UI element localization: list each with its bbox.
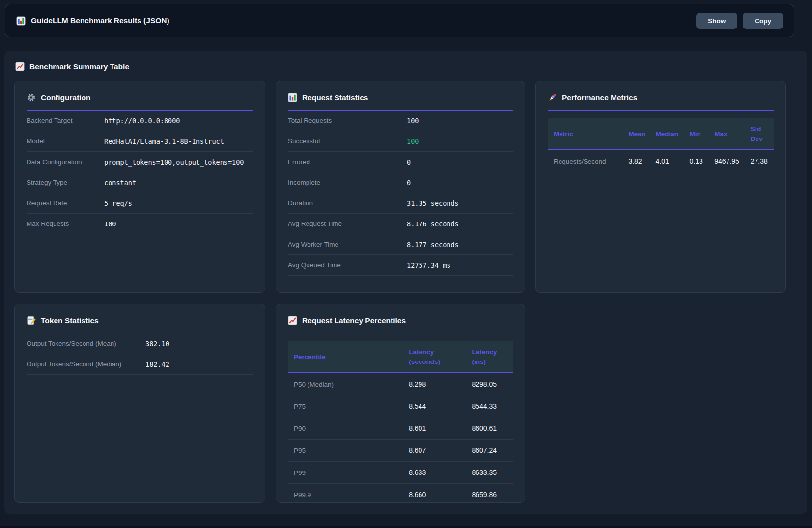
token-stat-label: Output Tokens/Second (Mean) bbox=[27, 340, 145, 347]
stat-label: Avg Queued Time bbox=[288, 261, 407, 269]
bottom-edge-strip bbox=[0, 526, 812, 528]
stat-label: Incomplete bbox=[288, 179, 407, 186]
col-max: Max bbox=[710, 118, 747, 150]
config-label: Max Requests bbox=[27, 220, 104, 227]
percentile-name: P95 bbox=[288, 440, 405, 462]
percentile-name: P99 bbox=[288, 462, 405, 484]
stat-row: Avg Request Time 8.176 seconds bbox=[288, 214, 513, 234]
config-row: Request Rate 5 req/s bbox=[27, 193, 253, 214]
latency-seconds: 8.601 bbox=[405, 417, 468, 440]
performance-table-header-row: Metric Mean Median Min Max Std Dev bbox=[548, 118, 774, 150]
percentile-name: P50 (Median) bbox=[288, 373, 405, 395]
stat-value-success: 100 bbox=[407, 138, 513, 145]
col-median: Median bbox=[652, 118, 686, 150]
config-label: Request Rate bbox=[27, 199, 104, 207]
performance-metrics-card-title: Performance Metrics bbox=[562, 93, 637, 102]
stat-label: Total Requests bbox=[288, 117, 407, 124]
latency-seconds: 8.633 bbox=[405, 462, 468, 484]
metric-name: Requests/Second bbox=[548, 150, 624, 172]
stat-label: Avg Request Time bbox=[288, 220, 407, 227]
token-stat-value: 382.10 bbox=[145, 340, 253, 348]
section-title: Benchmark Summary Table bbox=[29, 62, 129, 71]
token-statistics-card-header: Token Statistics bbox=[27, 313, 253, 333]
config-row: Backend Target http://0.0.0.0:8000 bbox=[27, 111, 253, 131]
latency-seconds: 8.298 bbox=[405, 373, 468, 395]
config-value: constant bbox=[104, 179, 253, 187]
stat-row: Incomplete 0 bbox=[288, 172, 513, 193]
col-latency-ms: Latency (ms) bbox=[468, 341, 513, 373]
metric-min: 0.13 bbox=[686, 150, 711, 172]
stat-row: Avg Worker Time 8.177 seconds bbox=[288, 234, 513, 255]
memo-icon bbox=[27, 316, 36, 325]
gear-icon bbox=[27, 93, 36, 102]
latency-seconds: 8.660 bbox=[405, 484, 468, 503]
stat-value: 31.35 seconds bbox=[407, 199, 513, 207]
config-row: Data Configuration prompt_tokens=100,out… bbox=[27, 152, 253, 172]
stat-row: Duration 31.35 seconds bbox=[288, 193, 513, 214]
metric-mean: 3.82 bbox=[624, 150, 651, 172]
configuration-card-title: Configuration bbox=[41, 93, 91, 102]
copy-button[interactable]: Copy bbox=[743, 13, 783, 29]
config-value: prompt_tokens=100,output_tokens=100 bbox=[104, 158, 253, 166]
stat-value: 8.177 seconds bbox=[407, 241, 513, 249]
latency-percentiles-table: Percentile Latency (seconds) Latency (ms… bbox=[288, 341, 513, 503]
stat-label: Avg Worker Time bbox=[288, 241, 407, 248]
request-statistics-card: Request Statistics Total Requests 100 Su… bbox=[276, 81, 525, 293]
stat-label: Successful bbox=[288, 138, 407, 145]
token-stat-label: Output Tokens/Second (Median) bbox=[27, 361, 145, 368]
summary-panel: Benchmark Summary Table Configuration Ba… bbox=[4, 51, 807, 514]
header-actions: Show Copy bbox=[696, 13, 783, 29]
col-metric: Metric bbox=[548, 118, 624, 150]
config-label: Model bbox=[27, 138, 104, 145]
performance-metrics-table: Metric Mean Median Min Max Std Dev Reque… bbox=[548, 118, 774, 172]
token-stat-value: 182.42 bbox=[145, 361, 253, 368]
latency-percentiles-card: Request Latency Percentiles Percentile L… bbox=[276, 304, 525, 503]
performance-metrics-card-header: Performance Metrics bbox=[548, 90, 774, 111]
latency-ms: 8607.24 bbox=[468, 440, 513, 462]
latency-table-row: P50 (Median) 8.298 8298.05 bbox=[288, 373, 513, 395]
metric-median: 4.01 bbox=[652, 150, 686, 172]
latency-ms: 8544.33 bbox=[468, 395, 513, 417]
stat-row: Avg Queued Time 12757.34 ms bbox=[288, 255, 513, 276]
col-min: Min bbox=[686, 118, 711, 150]
configuration-card-header: Configuration bbox=[27, 90, 253, 111]
configuration-card: Configuration Backend Target http://0.0.… bbox=[14, 81, 265, 293]
latency-percentiles-card-title: Request Latency Percentiles bbox=[302, 316, 406, 325]
percentile-name: P99.9 bbox=[288, 484, 405, 503]
stat-row: Total Requests 100 bbox=[288, 111, 513, 131]
header-bar: GuideLLM Benchmark Results (JSON) Show C… bbox=[5, 4, 794, 37]
metric-std-dev: 27.38 bbox=[747, 150, 774, 172]
config-label: Data Configuration bbox=[27, 158, 104, 166]
stat-row: Successful 100 bbox=[288, 131, 513, 152]
chart-increasing-icon bbox=[15, 62, 25, 71]
latency-table-row: P90 8.601 8600.61 bbox=[288, 417, 513, 440]
bar-chart-icon bbox=[16, 16, 26, 26]
latency-table-row: P99 8.633 8633.35 bbox=[288, 462, 513, 484]
stat-value: 12757.34 ms bbox=[407, 261, 513, 269]
section-heading: Benchmark Summary Table bbox=[15, 62, 797, 71]
token-statistics-card: Token Statistics Output Tokens/Second (M… bbox=[14, 304, 265, 503]
performance-table-row: Requests/Second 3.82 4.01 0.13 9467.95 2… bbox=[548, 150, 774, 172]
latency-ms: 8659.86 bbox=[468, 484, 513, 503]
col-percentile: Percentile bbox=[288, 341, 405, 373]
config-value: 5 req/s bbox=[104, 199, 253, 207]
request-statistics-card-title: Request Statistics bbox=[302, 93, 368, 102]
token-stat-row: Output Tokens/Second (Median) 182.42 bbox=[27, 354, 253, 375]
config-row: Model RedHatAI/Llama-3.1-8B-Instruct bbox=[27, 131, 253, 152]
token-stat-row: Output Tokens/Second (Mean) 382.10 bbox=[27, 333, 253, 354]
page-title: GuideLLM Benchmark Results (JSON) bbox=[31, 16, 169, 25]
token-statistics-card-title: Token Statistics bbox=[41, 316, 99, 325]
stat-label: Duration bbox=[288, 199, 407, 207]
stat-value: 100 bbox=[407, 117, 513, 125]
stat-label: Errored bbox=[288, 158, 407, 166]
show-button[interactable]: Show bbox=[696, 13, 737, 29]
page-title-group: GuideLLM Benchmark Results (JSON) bbox=[16, 16, 169, 26]
col-mean: Mean bbox=[624, 118, 651, 150]
percentile-name: P75 bbox=[288, 395, 405, 417]
rocket-icon bbox=[548, 93, 557, 102]
chart-increasing-icon bbox=[288, 316, 297, 325]
config-label: Backend Target bbox=[27, 117, 104, 124]
request-statistics-card-header: Request Statistics bbox=[288, 90, 513, 111]
stat-row: Errored 0 bbox=[288, 152, 513, 172]
bar-chart-icon bbox=[288, 93, 297, 102]
